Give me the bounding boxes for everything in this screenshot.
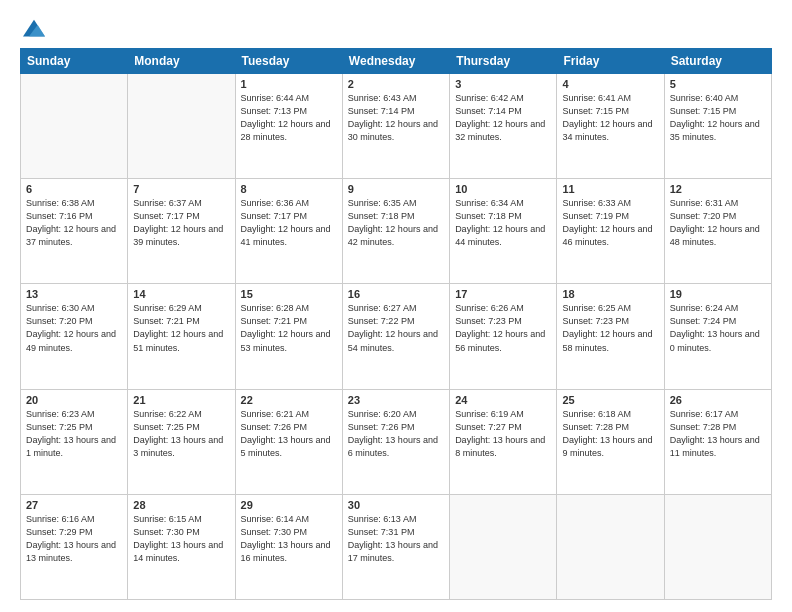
calendar-cell: 4Sunrise: 6:41 AM Sunset: 7:15 PM Daylig… <box>557 74 664 179</box>
day-number: 21 <box>133 394 229 406</box>
day-info: Sunrise: 6:38 AM Sunset: 7:16 PM Dayligh… <box>26 197 122 249</box>
day-info: Sunrise: 6:31 AM Sunset: 7:20 PM Dayligh… <box>670 197 766 249</box>
day-number: 1 <box>241 78 337 90</box>
calendar-cell: 12Sunrise: 6:31 AM Sunset: 7:20 PM Dayli… <box>664 179 771 284</box>
calendar-cell: 17Sunrise: 6:26 AM Sunset: 7:23 PM Dayli… <box>450 284 557 389</box>
day-number: 17 <box>455 288 551 300</box>
day-number: 11 <box>562 183 658 195</box>
calendar-cell <box>664 494 771 599</box>
day-info: Sunrise: 6:19 AM Sunset: 7:27 PM Dayligh… <box>455 408 551 460</box>
day-number: 3 <box>455 78 551 90</box>
calendar-cell: 26Sunrise: 6:17 AM Sunset: 7:28 PM Dayli… <box>664 389 771 494</box>
weekday-header-wednesday: Wednesday <box>342 49 449 74</box>
calendar-cell: 21Sunrise: 6:22 AM Sunset: 7:25 PM Dayli… <box>128 389 235 494</box>
day-number: 30 <box>348 499 444 511</box>
calendar-cell: 13Sunrise: 6:30 AM Sunset: 7:20 PM Dayli… <box>21 284 128 389</box>
calendar-cell <box>557 494 664 599</box>
day-info: Sunrise: 6:13 AM Sunset: 7:31 PM Dayligh… <box>348 513 444 565</box>
day-number: 8 <box>241 183 337 195</box>
calendar-cell: 20Sunrise: 6:23 AM Sunset: 7:25 PM Dayli… <box>21 389 128 494</box>
day-info: Sunrise: 6:41 AM Sunset: 7:15 PM Dayligh… <box>562 92 658 144</box>
day-info: Sunrise: 6:28 AM Sunset: 7:21 PM Dayligh… <box>241 302 337 354</box>
weekday-header-saturday: Saturday <box>664 49 771 74</box>
calendar-cell: 15Sunrise: 6:28 AM Sunset: 7:21 PM Dayli… <box>235 284 342 389</box>
day-number: 19 <box>670 288 766 300</box>
weekday-header-row: SundayMondayTuesdayWednesdayThursdayFrid… <box>21 49 772 74</box>
day-info: Sunrise: 6:25 AM Sunset: 7:23 PM Dayligh… <box>562 302 658 354</box>
day-info: Sunrise: 6:14 AM Sunset: 7:30 PM Dayligh… <box>241 513 337 565</box>
week-row-0: 1Sunrise: 6:44 AM Sunset: 7:13 PM Daylig… <box>21 74 772 179</box>
calendar-cell: 27Sunrise: 6:16 AM Sunset: 7:29 PM Dayli… <box>21 494 128 599</box>
calendar-cell: 23Sunrise: 6:20 AM Sunset: 7:26 PM Dayli… <box>342 389 449 494</box>
day-info: Sunrise: 6:26 AM Sunset: 7:23 PM Dayligh… <box>455 302 551 354</box>
calendar-cell: 8Sunrise: 6:36 AM Sunset: 7:17 PM Daylig… <box>235 179 342 284</box>
logo-icon <box>23 16 45 38</box>
week-row-2: 13Sunrise: 6:30 AM Sunset: 7:20 PM Dayli… <box>21 284 772 389</box>
day-number: 16 <box>348 288 444 300</box>
day-info: Sunrise: 6:30 AM Sunset: 7:20 PM Dayligh… <box>26 302 122 354</box>
day-info: Sunrise: 6:34 AM Sunset: 7:18 PM Dayligh… <box>455 197 551 249</box>
day-info: Sunrise: 6:23 AM Sunset: 7:25 PM Dayligh… <box>26 408 122 460</box>
calendar-cell: 2Sunrise: 6:43 AM Sunset: 7:14 PM Daylig… <box>342 74 449 179</box>
day-info: Sunrise: 6:44 AM Sunset: 7:13 PM Dayligh… <box>241 92 337 144</box>
day-info: Sunrise: 6:29 AM Sunset: 7:21 PM Dayligh… <box>133 302 229 354</box>
calendar-cell: 25Sunrise: 6:18 AM Sunset: 7:28 PM Dayli… <box>557 389 664 494</box>
day-number: 23 <box>348 394 444 406</box>
calendar-cell <box>128 74 235 179</box>
day-info: Sunrise: 6:43 AM Sunset: 7:14 PM Dayligh… <box>348 92 444 144</box>
calendar-cell: 30Sunrise: 6:13 AM Sunset: 7:31 PM Dayli… <box>342 494 449 599</box>
day-info: Sunrise: 6:18 AM Sunset: 7:28 PM Dayligh… <box>562 408 658 460</box>
day-number: 24 <box>455 394 551 406</box>
day-number: 25 <box>562 394 658 406</box>
calendar-cell: 29Sunrise: 6:14 AM Sunset: 7:30 PM Dayli… <box>235 494 342 599</box>
weekday-header-sunday: Sunday <box>21 49 128 74</box>
weekday-header-tuesday: Tuesday <box>235 49 342 74</box>
calendar-cell <box>21 74 128 179</box>
day-info: Sunrise: 6:17 AM Sunset: 7:28 PM Dayligh… <box>670 408 766 460</box>
day-number: 14 <box>133 288 229 300</box>
day-info: Sunrise: 6:42 AM Sunset: 7:14 PM Dayligh… <box>455 92 551 144</box>
calendar-cell: 1Sunrise: 6:44 AM Sunset: 7:13 PM Daylig… <box>235 74 342 179</box>
calendar-cell: 3Sunrise: 6:42 AM Sunset: 7:14 PM Daylig… <box>450 74 557 179</box>
calendar-cell: 5Sunrise: 6:40 AM Sunset: 7:15 PM Daylig… <box>664 74 771 179</box>
calendar-cell: 19Sunrise: 6:24 AM Sunset: 7:24 PM Dayli… <box>664 284 771 389</box>
day-number: 7 <box>133 183 229 195</box>
weekday-header-friday: Friday <box>557 49 664 74</box>
week-row-1: 6Sunrise: 6:38 AM Sunset: 7:16 PM Daylig… <box>21 179 772 284</box>
day-number: 5 <box>670 78 766 90</box>
week-row-3: 20Sunrise: 6:23 AM Sunset: 7:25 PM Dayli… <box>21 389 772 494</box>
day-number: 28 <box>133 499 229 511</box>
day-info: Sunrise: 6:33 AM Sunset: 7:19 PM Dayligh… <box>562 197 658 249</box>
day-info: Sunrise: 6:15 AM Sunset: 7:30 PM Dayligh… <box>133 513 229 565</box>
day-number: 15 <box>241 288 337 300</box>
day-info: Sunrise: 6:24 AM Sunset: 7:24 PM Dayligh… <box>670 302 766 354</box>
day-info: Sunrise: 6:21 AM Sunset: 7:26 PM Dayligh… <box>241 408 337 460</box>
calendar-cell: 28Sunrise: 6:15 AM Sunset: 7:30 PM Dayli… <box>128 494 235 599</box>
day-number: 2 <box>348 78 444 90</box>
logo <box>20 18 45 38</box>
day-number: 18 <box>562 288 658 300</box>
week-row-4: 27Sunrise: 6:16 AM Sunset: 7:29 PM Dayli… <box>21 494 772 599</box>
weekday-header-monday: Monday <box>128 49 235 74</box>
day-number: 10 <box>455 183 551 195</box>
day-info: Sunrise: 6:20 AM Sunset: 7:26 PM Dayligh… <box>348 408 444 460</box>
day-info: Sunrise: 6:22 AM Sunset: 7:25 PM Dayligh… <box>133 408 229 460</box>
day-info: Sunrise: 6:27 AM Sunset: 7:22 PM Dayligh… <box>348 302 444 354</box>
calendar-cell: 16Sunrise: 6:27 AM Sunset: 7:22 PM Dayli… <box>342 284 449 389</box>
calendar-cell: 6Sunrise: 6:38 AM Sunset: 7:16 PM Daylig… <box>21 179 128 284</box>
day-number: 4 <box>562 78 658 90</box>
day-number: 22 <box>241 394 337 406</box>
day-info: Sunrise: 6:40 AM Sunset: 7:15 PM Dayligh… <box>670 92 766 144</box>
day-info: Sunrise: 6:16 AM Sunset: 7:29 PM Dayligh… <box>26 513 122 565</box>
calendar-cell: 24Sunrise: 6:19 AM Sunset: 7:27 PM Dayli… <box>450 389 557 494</box>
page: SundayMondayTuesdayWednesdayThursdayFrid… <box>0 0 792 612</box>
calendar-cell: 7Sunrise: 6:37 AM Sunset: 7:17 PM Daylig… <box>128 179 235 284</box>
day-number: 9 <box>348 183 444 195</box>
day-number: 13 <box>26 288 122 300</box>
calendar-cell: 11Sunrise: 6:33 AM Sunset: 7:19 PM Dayli… <box>557 179 664 284</box>
calendar-cell: 14Sunrise: 6:29 AM Sunset: 7:21 PM Dayli… <box>128 284 235 389</box>
calendar-cell: 9Sunrise: 6:35 AM Sunset: 7:18 PM Daylig… <box>342 179 449 284</box>
day-info: Sunrise: 6:37 AM Sunset: 7:17 PM Dayligh… <box>133 197 229 249</box>
header <box>20 18 772 38</box>
calendar-table: SundayMondayTuesdayWednesdayThursdayFrid… <box>20 48 772 600</box>
